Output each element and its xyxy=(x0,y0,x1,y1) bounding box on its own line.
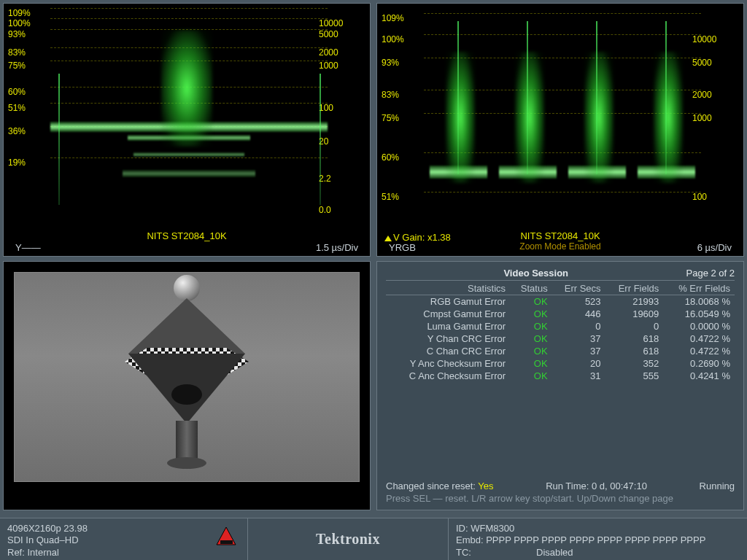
table-row: Luma Gamut ErrorOK000.0000 % xyxy=(386,320,735,332)
stats-table: StatisticsStatusErr SecsErr Fields% Err … xyxy=(386,282,735,382)
channel-label: Y—— xyxy=(15,242,41,253)
table-row: Y Chan CRC ErrorOK376180.4722 % xyxy=(386,332,735,345)
device-id: ID: WFM8300 xyxy=(456,523,740,534)
brand-logo: Tektronix xyxy=(248,518,448,560)
timebase-label: 6 µs/Div xyxy=(697,242,732,253)
embedded-audio: Embd: PPPP PPPP PPPP PPPP PPPP PPPP PPPP… xyxy=(456,534,740,546)
input-readout: SDI In Quad–HD xyxy=(7,534,240,546)
ref-readout: Ref: Internal xyxy=(7,547,240,559)
runtime-label: Run Time: 0 d, 00:47:10 xyxy=(546,481,647,491)
timecode: TC: Disabled xyxy=(456,547,740,559)
video-preview xyxy=(14,272,360,482)
waveform-panel-y[interactable]: 109%100%93%83%75%60%51%36%19% 1000050002… xyxy=(3,3,371,257)
channel-label: YRGB xyxy=(389,242,416,253)
page-indicator: Page 2 of 2 xyxy=(686,268,735,279)
waveform-trace xyxy=(50,8,328,227)
table-row: C Anc Checksum ErrorOK315550.4241 % xyxy=(386,370,735,382)
waveform-trace xyxy=(424,8,701,227)
scale-label: NITS ST2084_10K xyxy=(11,230,363,241)
running-status: Running xyxy=(700,481,735,491)
svg-rect-1 xyxy=(220,540,233,544)
format-readout: 4096X2160p 23.98 xyxy=(7,523,240,534)
waveform-panel-yrgb[interactable]: 109%100%93%83%75%60%51% 1000050002000100… xyxy=(376,3,744,257)
table-row: C Chan CRC ErrorOK376180.4722 % xyxy=(386,345,735,357)
alarm-icon[interactable] xyxy=(215,526,237,548)
left-scale: 109%100%93%83%75%60%51%36%19% xyxy=(8,8,52,227)
panel-title: Video Session xyxy=(386,268,686,279)
table-row: Cmpst Gamut ErrorOK4461960916.0549 % xyxy=(386,308,735,320)
table-row: RGB Gamut ErrorOK5232199318.0068 % xyxy=(386,295,735,308)
picture-panel[interactable] xyxy=(3,261,371,510)
changed-value: Yes xyxy=(478,481,493,491)
video-session-panel[interactable]: Video Session Page 2 of 2 StatisticsStat… xyxy=(376,261,744,510)
zoom-label: Zoom Mode Enabled xyxy=(384,241,736,252)
left-scale: 109%100%93%83%75%60%51% xyxy=(382,8,425,227)
timebase-label: 1.5 µs/Div xyxy=(316,242,358,253)
status-bar: 4096X2160p 23.98 SDI In Quad–HD Ref: Int… xyxy=(0,518,747,560)
help-hint: Press SEL — reset. L/R arrow key stop/st… xyxy=(386,493,735,504)
scale-label: NITS ST2084_10K xyxy=(384,230,736,241)
table-row: Y Anc Checksum ErrorOK203520.2690 % xyxy=(386,357,735,370)
changed-label: Changed since reset: Yes xyxy=(386,481,493,491)
